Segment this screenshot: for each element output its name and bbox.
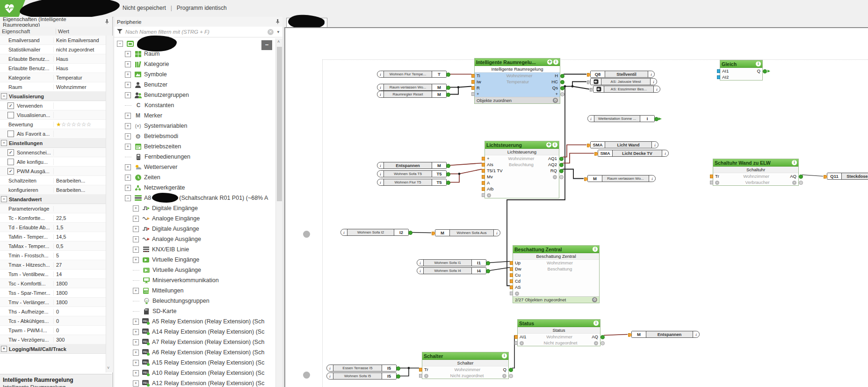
info-icon[interactable]: i [494, 230, 500, 236]
output-connector-green[interactable] [560, 74, 564, 78]
input-connector-orange[interactable] [482, 181, 485, 185]
function-block-lichtsteuerung[interactable]: Lichtsteuerung✛iLichtsteuerung+Wohnzimme… [485, 141, 559, 198]
tree-filter-bar[interactable]: Nach Namen filtern mit (STRG + F) ✕ ▼ [114, 27, 283, 37]
checkbox[interactable] [7, 112, 14, 118]
expander-icon[interactable]: − [1, 196, 7, 202]
property-value[interactable]: 14 [56, 271, 62, 277]
connector-orange[interactable] [587, 73, 591, 77]
info-icon[interactable]: i [377, 179, 383, 185]
input-connector-orange[interactable] [482, 187, 485, 191]
info-icon[interactable]: i [417, 260, 423, 266]
tree-item-a10-relay-extension-relay-ex[interactable]: +RELA10 Relay Extension (Relay Extension… [114, 368, 275, 378]
connector-orange[interactable] [587, 144, 591, 147]
output-connector-green[interactable] [559, 157, 564, 161]
rating-stars[interactable]: ★☆☆☆☆☆☆ [56, 122, 91, 127]
tree-item-betriebsmodi[interactable]: +⚙Betriebsmodi [114, 131, 275, 141]
input-connector-orange[interactable] [482, 169, 485, 173]
info-icon[interactable]: i [588, 116, 594, 122]
property-row-parametervorlage[interactable]: Parametervorlage [0, 204, 106, 213]
property-value[interactable]: Temperatur [56, 75, 82, 80]
connector-dot-green[interactable] [486, 261, 490, 265]
function-block-intelligente-raumregelung[interactable]: Intelligente Raumregelu...✛iIntelligente… [474, 58, 560, 104]
expander-icon[interactable]: + [1, 346, 7, 352]
property-row-ths-aufheizge-[interactable]: Ths - Aufheizge...0 [0, 307, 106, 316]
tree-item-analoge-eingänge[interactable]: +Analoge Eingänge [114, 213, 275, 224]
property-row-logging-mail-call-track[interactable]: +Logging/Mail/Call/Track [0, 344, 106, 354]
tree-item-merker[interactable]: +MMerker [114, 110, 275, 121]
gear-icon[interactable]: ⚙ [592, 297, 597, 302]
block-title-bar[interactable]: Gleichi [720, 60, 762, 68]
io-ref-sma-licht-decke-tv[interactable]: SMALicht Decke TVi [598, 150, 669, 157]
tree-item-analoge-ausgänge[interactable]: +Analoge Ausgänge [114, 234, 275, 244]
add-port-icon[interactable]: + [520, 341, 524, 345]
input-connector-orange[interactable] [482, 175, 485, 179]
block-title-bar[interactable]: Schaltuhr Wand zu ELWi [713, 159, 798, 167]
input-connector-orange[interactable] [471, 80, 475, 84]
property-row-emailversand[interactable]: EmailversandKein Emailversand [0, 36, 106, 45]
add-port-icon[interactable]: + [594, 341, 598, 345]
add-port-icon[interactable]: + [792, 181, 796, 185]
property-row-visualisierun-[interactable]: Visualisierun... [0, 110, 106, 120]
property-value[interactable]: 1800 [56, 281, 67, 286]
input-connector-gray[interactable] [710, 181, 713, 184]
function-block-status[interactable]: StatusiStatusAI1WohnzimmerAQ+Nicht zugeo… [517, 319, 600, 346]
add-port-icon[interactable]: + [487, 193, 491, 197]
input-connector-orange[interactable] [710, 175, 713, 178]
block-title-bar[interactable]: Lichtsteuerung✛i [485, 141, 559, 149]
tree-item-a15-relay-extension-relay-ex[interactable]: +RELA15 Relay Extension (Relay Extension… [114, 358, 275, 368]
info-icon[interactable]: i [377, 162, 383, 168]
property-value[interactable]: Haus [56, 56, 68, 62]
block-title-bar[interactable]: Schalteri [422, 352, 508, 360]
info-icon[interactable]: i [377, 171, 383, 177]
tree-item-kategorie[interactable]: +Kategorie [114, 59, 275, 69]
io-ref-sma-licht-wand[interactable]: SMALicht Wandi [590, 141, 658, 148]
property-value[interactable]: Kein Emailversand [56, 37, 99, 43]
expander-icon[interactable]: + [125, 185, 131, 191]
tree-item-fernbedienungen[interactable]: Fernbedienungen [114, 152, 275, 162]
block-title-bar[interactable]: Beschattung Zentrali [513, 246, 599, 253]
expander-icon[interactable]: + [133, 360, 139, 366]
tree-item-raum[interactable]: +Raum [114, 49, 275, 59]
pin-icon[interactable] [104, 19, 109, 25]
info-icon[interactable]: i [648, 71, 654, 77]
info-icon[interactable]: i [377, 84, 383, 90]
expander-icon[interactable]: + [125, 144, 131, 150]
tree-item-symbole[interactable]: +Symbole [114, 69, 275, 80]
property-value[interactable]: 5 [56, 253, 59, 258]
checkbox[interactable]: ✓ [7, 168, 14, 175]
expander-icon[interactable]: + [125, 51, 131, 57]
connector-dot-green[interactable] [446, 93, 450, 97]
function-block-beschattung-zentral[interactable]: Beschattung ZentraliBeschattung ZentralU… [513, 245, 600, 303]
properties-column-header[interactable]: Eigenschaft Wert [0, 27, 112, 36]
expander-icon[interactable]: + [133, 380, 139, 387]
checkbox[interactable]: ✓ [7, 149, 14, 156]
input-connector-orange[interactable] [471, 74, 475, 78]
property-row-tpwm-pwm-i-[interactable]: Tpwm - PWM-I...0 [0, 326, 106, 335]
block-title-bar[interactable]: Statusi [518, 320, 600, 327]
tree-item-a12-relay-extension-relay-ex[interactable]: +RELA12 Relay Extension (Relay Extension… [114, 378, 275, 387]
output-connector-gray[interactable] [799, 181, 803, 185]
scroll-down-icon[interactable]: ˅ [107, 365, 109, 370]
output-connector-green[interactable] [509, 368, 513, 372]
property-value[interactable]: 14,5 [56, 234, 66, 240]
property-row-pwm-ausgä-[interactable]: ✓PWM Ausgä... [0, 167, 106, 176]
tree-item-betriebszeiten[interactable]: +Betriebszeiten [114, 141, 275, 152]
input-connector-orange[interactable] [510, 273, 513, 277]
tree-item-miniserverkommunikation[interactable]: Miniserverkommunikation [114, 275, 275, 285]
expander-icon[interactable]: + [133, 288, 139, 294]
connector-dot-green[interactable] [654, 117, 658, 121]
add-port-icon[interactable]: + [424, 374, 428, 378]
property-row-td-erlaubte-ab-[interactable]: Td - Erlaubte Ab...1,5 [0, 223, 106, 232]
connector-orange[interactable] [824, 175, 827, 179]
input-connector-orange[interactable] [514, 335, 518, 339]
property-value[interactable]: 0 [56, 309, 59, 314]
connector-gray[interactable] [590, 88, 593, 92]
property-row-sonnenschei-[interactable]: ✓Sonnenschei... [0, 148, 106, 157]
property-row-tc-komfortte-[interactable]: Tc - Komfortte...22,5 [0, 213, 106, 223]
property-row-kategorie[interactable]: KategorieTemperatur [0, 73, 106, 82]
io-ref-wohnen-sofa-i2[interactable]: iWohnen Sofa I2I2 [340, 229, 409, 236]
column-eigenschaft[interactable]: Eigenschaft [0, 29, 56, 34]
tree-filter-input[interactable]: Nach Namen filtern mit (STRG + F) [125, 29, 268, 35]
properties-scrollbar[interactable]: ˅ [106, 36, 113, 372]
io-ref-wohnen-sofa-i4[interactable]: iWohnen Sofa I4I4 [417, 267, 486, 274]
